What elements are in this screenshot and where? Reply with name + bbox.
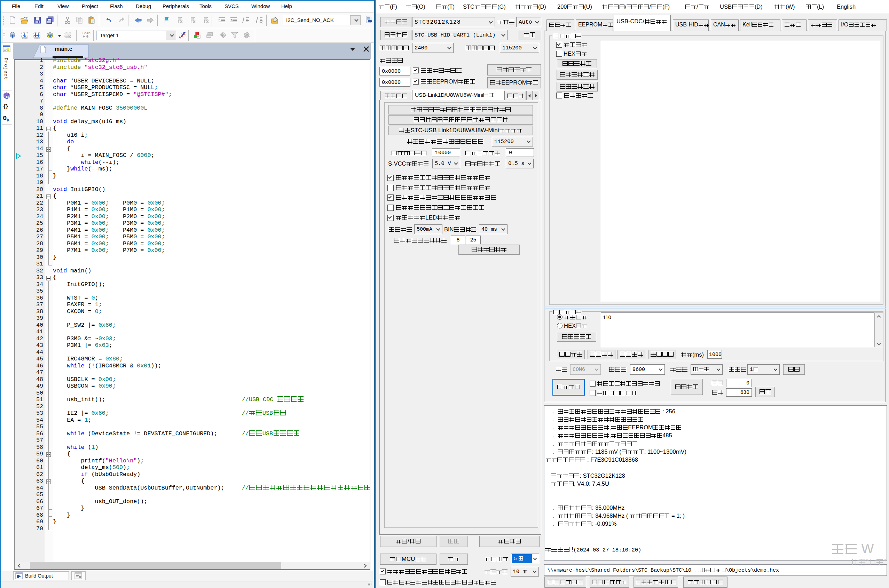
svg-text:?: ?	[7, 96, 8, 99]
svg-text:LOAD: LOAD	[83, 32, 90, 35]
